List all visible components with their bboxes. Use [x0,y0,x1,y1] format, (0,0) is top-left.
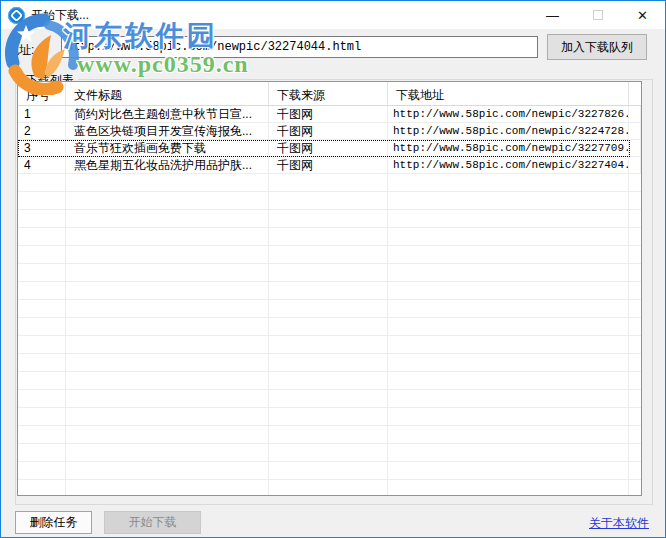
window-controls: — ✕ [530,1,665,29]
row-index: 3 [18,140,66,157]
row-source: 千图网 [269,106,388,123]
grid-line [387,174,388,495]
row-source: 千图网 [269,123,388,140]
column-header-index[interactable]: 序号 [18,82,66,105]
maximize-icon [593,10,603,20]
row-source: 千图网 [269,157,388,174]
table-header-row: 序号 文件标题 下载来源 下载地址 [18,82,641,106]
row-filler [629,157,641,174]
close-icon: ✕ [637,9,648,22]
download-list-groupbox: 下载列表 序号 文件标题 下载来源 下载地址 1 简约对比色主题创意中秋节日宣.… [15,79,653,505]
row-url: http://www.58pic.com/newpic/3227709... [388,140,629,157]
add-to-queue-label: 加入下载队列 [561,39,633,56]
grid-line [628,174,629,495]
row-title: 简约对比色主题创意中秋节日宣... [66,106,269,123]
row-index: 4 [18,157,66,174]
app-icon [8,7,25,24]
table-row-selected[interactable]: 3 音乐节狂欢插画免费下载 千图网 http://www.58pic.com/n… [18,140,641,157]
row-url: http://www.58pic.com/newpic/3227404... [388,157,629,174]
delete-task-label: 删除任务 [30,514,78,531]
start-download-button: 开始下载 [104,511,201,534]
table-row[interactable]: 1 简约对比色主题创意中秋节日宣... 千图网 http://www.58pic… [18,106,641,123]
table-row[interactable]: 4 黑色星期五化妆品洗护用品护肤... 千图网 http://www.58pic… [18,157,641,174]
row-index: 1 [18,106,66,123]
row-title: 黑色星期五化妆品洗护用品护肤... [66,157,269,174]
add-to-queue-button[interactable]: 加入下载队列 [547,34,647,60]
row-url: http://www.58pic.com/newpic/3227826... [388,106,629,123]
row-url: http://www.58pic.com/newpic/3224728... [388,123,629,140]
row-filler [629,140,641,157]
start-download-label: 开始下载 [129,514,177,531]
grid-line [65,174,66,495]
row-title: 音乐节狂欢插画免费下载 [66,140,269,157]
delete-task-button[interactable]: 删除任务 [15,511,92,534]
table-empty-area [18,174,641,495]
row-source: 千图网 [269,140,388,157]
row-filler [629,106,641,123]
download-table: 序号 文件标题 下载来源 下载地址 1 简约对比色主题创意中秋节日宣... 千图… [17,81,642,496]
row-filler [629,123,641,140]
address-input[interactable] [61,36,538,58]
column-header-title[interactable]: 文件标题 [66,82,269,105]
column-header-source[interactable]: 下载来源 [269,82,388,105]
row-index: 2 [18,123,66,140]
about-software-link[interactable]: 关于本软件 [589,515,649,532]
table-row[interactable]: 2 蓝色区块链项目开发宣传海报免... 千图网 http://www.58pic… [18,123,641,140]
column-header-filler [629,82,641,105]
app-window: 开始下载... — ✕ 地址: 加入下载队列 下载列表 序号 文件标题 下载来源… [0,0,666,538]
minimize-icon: — [546,9,559,22]
minimize-button[interactable]: — [530,1,575,29]
grid-line [268,174,269,495]
window-title: 开始下载... [31,7,89,24]
title-bar: 开始下载... — ✕ [1,1,665,29]
maximize-button[interactable] [575,1,620,29]
close-button[interactable]: ✕ [620,1,665,29]
row-title: 蓝色区块链项目开发宣传海报免... [66,123,269,140]
column-header-url[interactable]: 下载地址 [388,82,629,105]
address-label: 地址: [7,42,34,59]
